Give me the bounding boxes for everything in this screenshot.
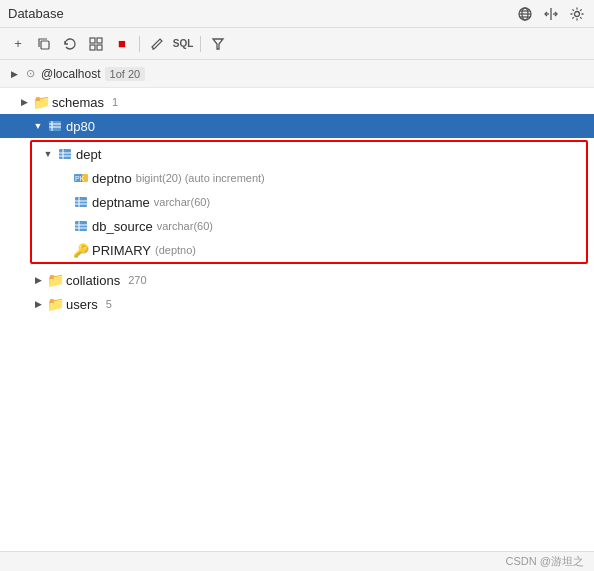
- svg-rect-31: [75, 221, 87, 231]
- gear-icon[interactable]: [568, 5, 586, 23]
- connection-name: @localhost: [41, 67, 101, 81]
- refresh-button[interactable]: [58, 32, 82, 56]
- users-folder-icon: 📁: [46, 295, 64, 313]
- deptname-col-icon: [72, 193, 90, 211]
- deptno-label: deptno: [92, 171, 132, 186]
- primary-label: PRIMARY: [92, 243, 151, 258]
- collations-item[interactable]: ▶ 📁 collations 270: [0, 268, 594, 292]
- dp80-item[interactable]: ▼ dp80: [0, 114, 594, 138]
- users-item[interactable]: ▶ 📁 users 5: [0, 292, 594, 316]
- svg-rect-12: [90, 45, 95, 50]
- deptname-label: deptname: [92, 195, 150, 210]
- col-deptno-item[interactable]: PK deptno bigint(20) (auto increment): [32, 166, 586, 190]
- users-count: 5: [106, 298, 112, 310]
- svg-point-8: [575, 11, 580, 16]
- deptno-pk-icon: PK: [72, 169, 90, 187]
- col-primary-item[interactable]: 🔑 PRIMARY (deptno): [32, 238, 586, 262]
- title-bar: Database: [0, 0, 594, 28]
- dbsource-type: varchar(60): [157, 220, 213, 232]
- copy-button[interactable]: [32, 32, 56, 56]
- schemas-label: schemas: [52, 95, 104, 110]
- dept-label: dept: [76, 147, 101, 162]
- stop-button[interactable]: ■: [110, 32, 134, 56]
- collations-label: collations: [66, 273, 120, 288]
- primary-type: (deptno): [155, 244, 196, 256]
- connection-type-icon: ⊙: [26, 67, 35, 80]
- col-dbsource-item[interactable]: db_source varchar(60): [32, 214, 586, 238]
- svg-rect-20: [59, 149, 71, 159]
- svg-rect-16: [49, 121, 61, 131]
- users-label: users: [66, 297, 98, 312]
- panel-title: Database: [8, 6, 64, 21]
- connection-arrow: ▶: [6, 66, 22, 82]
- dp80-db-icon: [46, 117, 64, 135]
- dp80-arrow: ▼: [30, 118, 46, 134]
- edit-button[interactable]: [145, 32, 169, 56]
- add-button[interactable]: +: [6, 32, 30, 56]
- tree-panel: ▶ 📁 schemas 1 ▼ dp80 ▼: [0, 88, 594, 551]
- svg-rect-27: [75, 197, 87, 207]
- status-bar: CSDN @游坦之: [0, 551, 594, 571]
- title-bar-icons: [516, 5, 586, 23]
- dbsource-label: db_source: [92, 219, 153, 234]
- filter-edit-button[interactable]: [84, 32, 108, 56]
- sep2: [200, 36, 201, 52]
- split-icon[interactable]: [542, 5, 560, 23]
- dp80-label: dp80: [66, 119, 95, 134]
- dept-arrow: ▼: [40, 146, 56, 162]
- deptno-type: bigint(20) (auto increment): [136, 172, 265, 184]
- dept-highlight-box: ▼ dept PK deptno bi: [30, 140, 588, 264]
- svg-rect-13: [97, 45, 102, 50]
- schemas-arrow: ▶: [16, 94, 32, 110]
- svg-marker-15: [213, 39, 223, 49]
- collations-folder-icon: 📁: [46, 271, 64, 289]
- collations-count: 270: [128, 274, 146, 286]
- dept-table-icon: [56, 145, 74, 163]
- deptname-type: varchar(60): [154, 196, 210, 208]
- svg-text:PK: PK: [75, 175, 85, 182]
- schemas-folder-icon: 📁: [32, 93, 50, 111]
- dbsource-col-icon: [72, 217, 90, 235]
- svg-rect-11: [97, 38, 102, 43]
- primary-key-icon: 🔑: [72, 241, 90, 259]
- globe-icon[interactable]: [516, 5, 534, 23]
- toolbar: + ■ SQL: [0, 28, 594, 60]
- dept-item[interactable]: ▼ dept: [32, 142, 586, 166]
- schemas-count: 1: [112, 96, 118, 108]
- users-arrow: ▶: [30, 296, 46, 312]
- svg-rect-10: [90, 38, 95, 43]
- filter-button[interactable]: [206, 32, 230, 56]
- connection-count: 1of 20: [105, 67, 146, 81]
- connection-row[interactable]: ▶ ⊙ @localhost 1of 20: [0, 60, 594, 88]
- sep1: [139, 36, 140, 52]
- col-deptname-item[interactable]: deptname varchar(60): [32, 190, 586, 214]
- collations-arrow: ▶: [30, 272, 46, 288]
- schemas-item[interactable]: ▶ 📁 schemas 1: [0, 90, 594, 114]
- svg-rect-9: [41, 41, 49, 49]
- status-text: CSDN @游坦之: [506, 554, 584, 569]
- sql-button[interactable]: SQL: [171, 32, 195, 56]
